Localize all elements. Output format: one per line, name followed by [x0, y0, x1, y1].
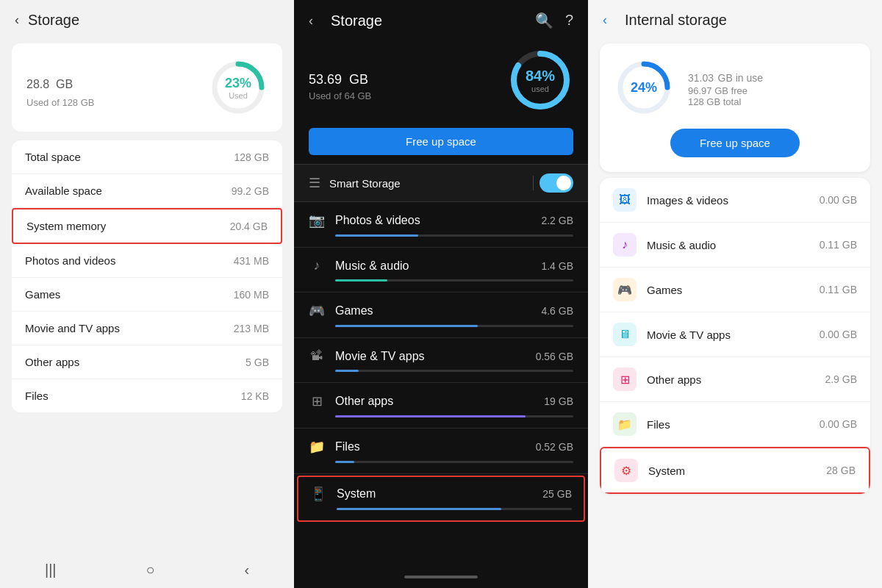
panel3-list: 🖼 Images & videos 0.00 GB ♪ Music & audi… — [600, 178, 870, 494]
panel1-storage-amount: 28.8 GB — [26, 67, 95, 94]
panel1-storage-sub: Used of 128 GB — [26, 97, 95, 108]
p3-item-label-2: Games — [647, 284, 809, 296]
p2-item-value-4: 19 GB — [544, 395, 573, 407]
panel1-item-value-5: 213 MB — [234, 323, 269, 334]
p2-progress-bg-4 — [335, 415, 573, 417]
p3-item-label-6: System — [648, 465, 816, 477]
nav-back-icon[interactable]: ‹ — [244, 562, 249, 578]
p2-item-label-6: System — [337, 487, 376, 501]
p3-item-value-4: 2.9 GB — [825, 373, 857, 385]
p2-item-label-3: Movie & TV apps — [335, 350, 425, 363]
p3-item-value-6: 28 GB — [826, 465, 856, 476]
panel1-item-label-7: Files — [25, 390, 49, 402]
smart-storage-icon: ☰ — [309, 175, 320, 191]
panel2-free-up-button[interactable]: Free up space — [309, 128, 573, 155]
nav-recent-icon[interactable]: ||| — [45, 562, 57, 578]
p3-item-label-4: Other apps — [647, 373, 814, 386]
panel2-list: 📷 Photos & videos 2.2 GB ♪ Music & audio… — [294, 202, 588, 566]
panel3-list-item-4[interactable]: ⊞ Other apps 2.9 GB — [600, 357, 870, 402]
panel3-list-item-1[interactable]: ♪ Music & audio 0.11 GB — [600, 223, 870, 268]
panel1-list-item-4[interactable]: Games 160 MB — [12, 278, 282, 312]
p2-item-top-5: 📁 Files 0.52 GB — [309, 439, 573, 455]
panel1-list-item-7[interactable]: Files 12 KB — [12, 379, 282, 412]
panel2-percent: 84% — [526, 68, 555, 85]
p3-item-icon-3: 🖥 — [613, 323, 637, 346]
search-icon[interactable]: 🔍 — [535, 12, 553, 29]
panel1-item-value-1: 99.2 GB — [232, 185, 269, 197]
help-icon[interactable]: ? — [565, 12, 573, 29]
p2-progress-fill-4 — [335, 415, 526, 417]
panel3-back-icon[interactable]: ‹ — [603, 12, 607, 28]
p2-item-label-0: Photos & videos — [335, 214, 420, 227]
panel3-donut: 24% — [614, 58, 673, 117]
p3-item-icon-6: ⚙ — [614, 459, 638, 482]
p2-item-label-1: Music & audio — [335, 259, 409, 273]
panel1-item-value-7: 12 KB — [241, 390, 269, 402]
panel3-title: Internal storage — [625, 12, 727, 29]
panel3-storage-card: 24% 31.03 GB in use 96.97 GB free 128 GB… — [600, 43, 870, 172]
panel1-item-label-5: Movie and TV apps — [25, 322, 120, 334]
smart-storage-label: Smart Storage — [329, 177, 401, 190]
panel2-header-icons: 🔍 ? — [535, 12, 573, 29]
nav-home-icon[interactable]: ○ — [146, 562, 154, 578]
p2-item-icon-0: 📷 — [309, 212, 325, 229]
p2-item-icon-3: 📽 — [309, 348, 325, 364]
panel1-bottom-nav: ||| ○ ‹ — [0, 551, 294, 588]
p3-item-label-5: Files — [647, 418, 809, 431]
panel1-percent: 23% — [225, 76, 251, 91]
panel3-list-item-0[interactable]: 🖼 Images & videos 0.00 GB — [600, 178, 870, 223]
panel3-list-item-2[interactable]: 🎮 Games 0.11 GB — [600, 268, 870, 312]
p3-item-value-1: 0.11 GB — [820, 239, 857, 251]
p2-progress-fill-0 — [335, 234, 418, 237]
p2-item-icon-2: 🎮 — [309, 303, 325, 319]
panel2-sub: Used of 64 GB — [309, 90, 371, 101]
panel1-used-text: Used — [225, 91, 251, 100]
p3-item-value-3: 0.00 GB — [820, 329, 857, 340]
panel1-item-label-0: Total space — [25, 151, 81, 163]
panel3-donut-label: 24% — [631, 80, 657, 96]
panel1-storage-card: 28.8 GB Used of 128 GB 23% Used — [12, 43, 282, 132]
panel2-donut: 84% used — [507, 47, 573, 113]
panel-1-storage-light: ‹ Storage 28.8 GB Used of 128 GB 23% Use… — [0, 0, 294, 588]
p3-item-value-0: 0.00 GB — [820, 194, 857, 206]
back-arrow-icon[interactable]: ‹ — [15, 12, 19, 28]
panel1-header: ‹ Storage — [0, 0, 294, 35]
p2-item-top-3: 📽 Movie & TV apps 0.56 GB — [309, 348, 573, 364]
panel1-list-item-1[interactable]: Available space 99.2 GB — [12, 174, 282, 208]
p2-item-value-6: 25 GB — [542, 488, 572, 500]
panel2-list-item-5[interactable]: 📁 Files 0.52 GB — [294, 429, 588, 474]
p2-item-value-0: 2.2 GB — [541, 215, 573, 226]
panel1-list-item-5[interactable]: Movie and TV apps 213 MB — [12, 312, 282, 345]
p2-item-top-4: ⊞ Other apps 19 GB — [309, 393, 573, 409]
panel1-list-item-2[interactable]: System memory 20.4 GB — [12, 208, 282, 244]
p3-item-value-2: 0.11 GB — [820, 284, 857, 295]
panel1-item-value-6: 5 GB — [245, 356, 269, 368]
panel3-list-item-5[interactable]: 📁 Files 0.00 GB — [600, 402, 870, 447]
panel3-list-item-3[interactable]: 🖥 Movie & TV apps 0.00 GB — [600, 312, 870, 357]
divider — [533, 176, 534, 190]
panel1-list-item-6[interactable]: Other apps 5 GB — [12, 345, 282, 379]
panel3-header: ‹ Internal storage — [588, 0, 882, 35]
panel2-back-icon[interactable]: ‹ — [309, 13, 313, 29]
p2-item-label-2: Games — [335, 304, 373, 318]
panel-2-storage-dark: ‹ Storage 🔍 ? 53.69 GB Used of 64 GB 84%… — [294, 0, 588, 588]
panel1-list-item-3[interactable]: Photos and videos 431 MB — [12, 244, 282, 278]
panel2-storage-text: 53.69 GB Used of 64 GB — [309, 60, 371, 101]
p3-item-value-5: 0.00 GB — [820, 418, 857, 430]
smart-storage-toggle[interactable] — [539, 173, 573, 193]
panel3-free-up-button[interactable]: Free up space — [670, 129, 800, 157]
p2-item-top-1: ♪ Music & audio 1.4 GB — [309, 258, 573, 273]
panel2-list-item-6[interactable]: 📱 System 25 GB — [297, 476, 585, 522]
p2-item-top-0: 📷 Photos & videos 2.2 GB — [309, 212, 573, 229]
panel3-list-item-6[interactable]: ⚙ System 28 GB — [600, 447, 870, 494]
panel2-list-item-1[interactable]: ♪ Music & audio 1.4 GB — [294, 248, 588, 293]
panel2-list-item-0[interactable]: 📷 Photos & videos 2.2 GB — [294, 202, 588, 248]
panel2-list-item-4[interactable]: ⊞ Other apps 19 GB — [294, 383, 588, 429]
p3-item-icon-1: ♪ — [613, 233, 637, 257]
panel2-list-item-3[interactable]: 📽 Movie & TV apps 0.56 GB — [294, 338, 588, 383]
panel1-list-item-0[interactable]: Total space 128 GB — [12, 140, 282, 174]
panel2-header-left: ‹ Storage — [309, 12, 382, 29]
panel1-item-value-2: 20.4 GB — [230, 220, 268, 232]
p2-progress-fill-5 — [335, 461, 354, 463]
panel2-list-item-2[interactable]: 🎮 Games 4.6 GB — [294, 293, 588, 338]
